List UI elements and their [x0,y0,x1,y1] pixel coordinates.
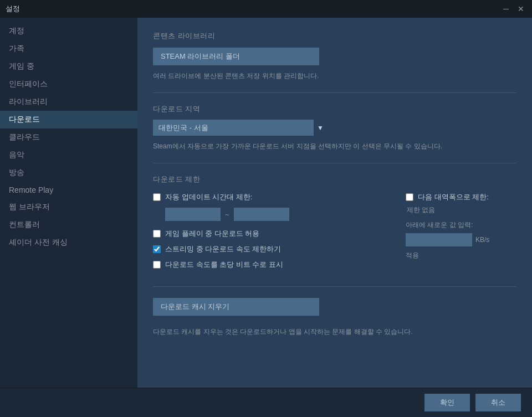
game-download-checkbox[interactable] [153,230,161,238]
clear-cache-button[interactable]: 다운로드 캐시 지우기 [153,298,319,316]
bandwidth-limit-row: 다음 대역폭으로 제한: [406,192,516,202]
apply-button[interactable]: 적용 [406,249,419,262]
sidebar-item-family[interactable]: 가족 [0,40,137,58]
auto-update-row: 자동 업데이트 시간대 제한: [153,192,383,202]
minimize-button[interactable]: ─ [501,5,511,13]
window-controls: ─ ✕ [501,5,526,13]
auto-update-label: 자동 업데이트 시간대 제한: [165,192,252,202]
bits-checkbox[interactable] [153,261,161,269]
sidebar-item-download[interactable]: 다운로드 [0,111,137,128]
sidebar-item-cloud[interactable]: 클라우드 [0,128,137,146]
confirm-button[interactable]: 확인 [424,394,470,411]
sidebar: 계정 가족 게임 중 인터페이스 라이브러리 다운로드 클라우드 음악 방송 R… [0,18,137,388]
divider-1 [153,92,516,93]
game-download-row: 게임 플레이 중 다운로드 허용 [153,229,383,239]
limit-section-title: 다운로드 제한 [153,174,516,184]
steam-library-button[interactable]: STEAM 라이브러리 폴더 [153,48,319,65]
divider-2 [153,163,516,163]
footer: 확인 취소 [0,388,532,417]
close-button[interactable]: ✕ [515,5,526,13]
kbs-row: KB/s [406,233,516,246]
bits-label: 다운로드 속도를 초당 비트 수로 표시 [165,260,283,270]
sidebar-item-account[interactable]: 계정 [0,22,137,40]
region-select[interactable]: 대한민국 - 서울 [153,120,314,136]
sidebar-item-broadcast[interactable]: 방송 [0,164,137,182]
auto-update-checkbox[interactable] [153,193,161,201]
library-description: 여러 드라이브에 분산된 콘텐츠 저장 위치를 관리합니다. [153,71,516,81]
region-description: Steam에서 자동으로 가장 가까운 다운로드 서버 지점을 선택하지만 이 … [153,141,497,152]
streaming-limit-checkbox[interactable] [153,245,161,253]
left-limits: 자동 업데이트 시간대 제한: ~ 게임 플레이 중 다운로드 허용 스트리밍 … [153,192,383,275]
sidebar-item-library[interactable]: 라이브러리 [0,93,137,111]
time-range-row: ~ [165,208,383,221]
sidebar-item-webbrowser[interactable]: 웹 브라우저 [0,198,137,216]
bandwidth-checkbox[interactable] [406,193,413,201]
kbs-input[interactable] [406,233,472,246]
cache-description: 다운로드 캐시를 지우는 것은 다운로드하거나 앱을 시작하는 문제를 해결할 … [153,327,516,337]
streaming-limit-label: 스트리밍 중 다운로드 속도 제한하기 [165,244,281,254]
kbs-unit: KB/s [475,236,489,244]
time-to-input[interactable] [234,208,289,221]
window-title: 설정 [6,4,20,14]
sidebar-item-shader[interactable]: 셰이더 사전 캐싱 [0,234,137,251]
cancel-button[interactable]: 취소 [475,394,521,411]
sidebar-item-controller[interactable]: 컨트롤러 [0,216,137,234]
sidebar-item-music[interactable]: 음악 [0,146,137,164]
region-select-wrapper: 대한민국 - 서울 ▼ [153,120,516,136]
content-area: 콘텐츠 라이브러리 STEAM 라이브러리 폴더 여러 드라이브에 분산된 콘텐… [137,18,532,388]
cache-section: 다운로드 캐시 지우기 다운로드 캐시를 지우는 것은 다운로드하거나 앱을 시… [153,298,516,337]
sidebar-item-remoteplay[interactable]: Remote Play [0,182,137,198]
divider-3 [153,286,516,287]
sidebar-item-ingame[interactable]: 게임 중 [0,58,137,75]
game-download-label: 게임 플레이 중 다운로드 허용 [165,229,259,239]
no-limit-text: 제한 없음 [407,205,516,215]
right-limits: 다음 대역폭으로 제한: 제한 없음 아래에 새로운 값 입력: KB/s 적용 [406,192,516,262]
region-section-title: 다운로드 지역 [153,104,516,114]
streaming-limit-row: 스트리밍 중 다운로드 속도 제한하기 [153,244,383,254]
chevron-down-icon: ▼ [317,124,324,132]
new-value-label: 아래에 새로운 값 입력: [406,220,516,230]
two-column-limit: 자동 업데이트 시간대 제한: ~ 게임 플레이 중 다운로드 허용 스트리밍 … [153,192,516,275]
bits-row: 다운로드 속도를 초당 비트 수로 표시 [153,260,383,270]
tilde-separator: ~ [225,210,229,219]
main-content: 계정 가족 게임 중 인터페이스 라이브러리 다운로드 클라우드 음악 방송 R… [0,18,532,388]
library-section-title: 콘텐츠 라이브러리 [153,31,516,41]
time-from-input[interactable] [165,208,221,221]
title-bar: 설정 ─ ✕ [0,0,532,18]
sidebar-item-interface[interactable]: 인터페이스 [0,75,137,93]
bandwidth-limit-label: 다음 대역폭으로 제한: [418,192,489,202]
